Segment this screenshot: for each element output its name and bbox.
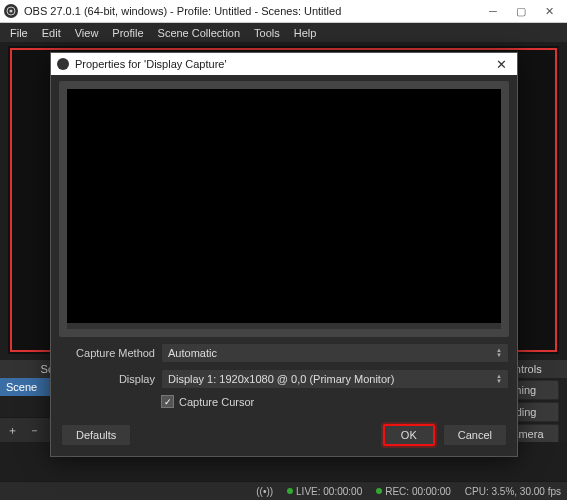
chevron-down-icon: ▼ <box>496 379 502 384</box>
obs-logo-icon <box>4 4 18 18</box>
menu-view[interactable]: View <box>69 25 105 41</box>
status-live: LIVE: 00:00:00 <box>296 486 362 497</box>
defaults-button[interactable]: Defaults <box>61 424 131 446</box>
network-icon: ((•)) <box>256 486 273 497</box>
menu-file[interactable]: File <box>4 25 34 41</box>
status-bar: ((•)) LIVE: 00:00:00 REC: 00:00:00 CPU: … <box>0 481 567 500</box>
capture-cursor-checkbox[interactable]: ✓ <box>161 395 174 408</box>
dialog-preview <box>67 89 501 329</box>
display-label: Display <box>59 373 161 385</box>
minimize-button[interactable]: ─ <box>479 0 507 22</box>
menu-profile[interactable]: Profile <box>106 25 149 41</box>
add-scene-button[interactable]: ＋ <box>4 422 20 438</box>
maximize-button[interactable]: ▢ <box>507 0 535 22</box>
obs-logo-icon <box>57 58 69 70</box>
window-titlebar: OBS 27.0.1 (64-bit, windows) - Profile: … <box>0 0 567 23</box>
status-rec: REC: 00:00:00 <box>385 486 451 497</box>
ok-button[interactable]: OK <box>383 424 435 446</box>
menu-help[interactable]: Help <box>288 25 323 41</box>
menu-tools[interactable]: Tools <box>248 25 286 41</box>
dialog-title: Properties for 'Display Capture' <box>75 58 491 70</box>
menu-edit[interactable]: Edit <box>36 25 67 41</box>
dialog-titlebar: Properties for 'Display Capture' ✕ <box>51 53 517 75</box>
live-indicator-icon <box>287 488 293 494</box>
cancel-button[interactable]: Cancel <box>443 424 507 446</box>
properties-dialog: Properties for 'Display Capture' ✕ Captu… <box>50 52 518 457</box>
svg-point-1 <box>9 9 12 12</box>
capture-cursor-label: Capture Cursor <box>179 396 254 408</box>
dialog-close-button[interactable]: ✕ <box>491 57 511 72</box>
capture-method-select[interactable]: Automatic ▲▼ <box>161 343 509 363</box>
remove-scene-button[interactable]: － <box>26 422 42 438</box>
menu-scene-collection[interactable]: Scene Collection <box>152 25 247 41</box>
chevron-down-icon: ▼ <box>496 353 502 358</box>
capture-method-label: Capture Method <box>59 347 161 359</box>
window-title: OBS 27.0.1 (64-bit, windows) - Profile: … <box>24 5 479 17</box>
close-button[interactable]: ✕ <box>535 0 563 22</box>
menu-bar: File Edit View Profile Scene Collection … <box>0 23 567 44</box>
preview-scrollbar[interactable] <box>67 323 501 329</box>
rec-indicator-icon <box>376 488 382 494</box>
display-value: Display 1: 1920x1080 @ 0,0 (Primary Moni… <box>168 373 496 385</box>
status-cpu: CPU: 3.5%, 30.00 fps <box>465 486 561 497</box>
display-select[interactable]: Display 1: 1920x1080 @ 0,0 (Primary Moni… <box>161 369 509 389</box>
capture-method-value: Automatic <box>168 347 496 359</box>
